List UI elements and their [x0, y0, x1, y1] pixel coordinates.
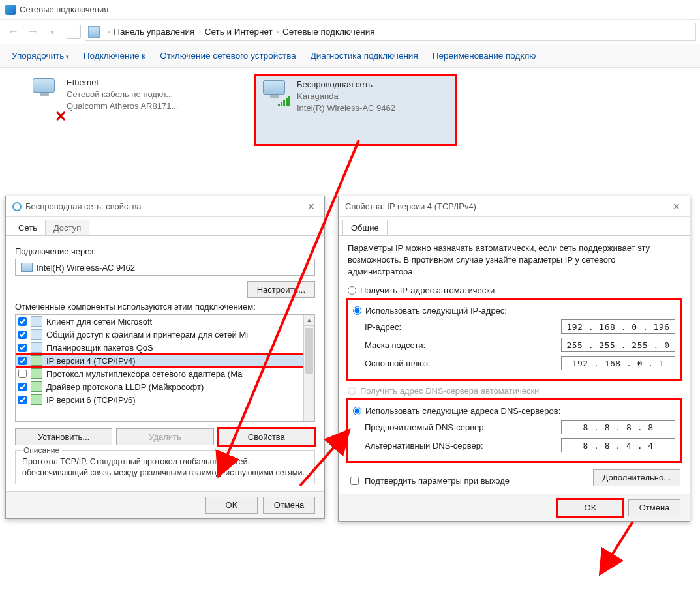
eth-name: Ethernet	[67, 77, 178, 89]
network-icon	[5, 5, 16, 15]
scrollbar[interactable]: ▲	[303, 315, 314, 421]
advanced-button[interactable]: Дополнительно...	[593, 469, 680, 486]
ipv4-properties-dialog: Свойства: IP версии 4 (TCP/IPv4) ✕ Общие…	[338, 196, 690, 522]
radio	[348, 387, 356, 395]
list-item: Планировщик пакетов QoS	[16, 341, 314, 354]
props-title: Беспроводная сеть: свойства	[25, 201, 142, 211]
rename[interactable]: Переименование подклю	[433, 51, 536, 61]
list-item: Протокол мультиплексора сетевого адаптер…	[16, 367, 314, 380]
chk[interactable]	[350, 477, 359, 485]
bc-a[interactable]: Панель управления	[114, 27, 194, 37]
radio-auto-ip[interactable]: Получить IP-адрес автоматически	[348, 286, 680, 295]
bc-c[interactable]: Сетевые подключения	[282, 27, 375, 37]
chk[interactable]	[18, 383, 27, 391]
gw-input[interactable]: 192 . 168 . 0 . 1	[561, 356, 675, 370]
nav-row: ← → ▾ ↑ › Панель управления › Сеть и Инт…	[0, 20, 700, 44]
disable-device[interactable]: Отключение сетевого устройства	[160, 51, 296, 61]
breadcrumb[interactable]: › Панель управления › Сеть и Интернет › …	[85, 23, 696, 41]
ip-settings-box: Использовать следующий IP-адрес: IP-адре…	[348, 299, 680, 379]
connections-area: ✕ Ethernet Сетевой кабель не подкл... Qu…	[0, 68, 700, 153]
mask-input[interactable]: 255 . 255 . 255 . 0	[561, 338, 675, 352]
props-title-bar: Беспроводная сеть: свойства ✕	[6, 196, 324, 217]
radio-auto-dns: Получить адрес DNS-сервера автоматически	[348, 386, 680, 396]
connect-via-label: Подключение через:	[15, 246, 315, 256]
bc-b[interactable]: Сеть и Интернет	[205, 27, 273, 37]
adapter-field: Intel(R) Wireless-AC 9462	[15, 259, 315, 276]
list-item: Общий доступ к файлам и принтерам для се…	[16, 328, 314, 341]
back-button[interactable]: ←	[4, 23, 22, 41]
ip4-intro: Параметры IP можно назначать автоматичес…	[348, 243, 680, 278]
wifi-device: Intel(R) Wireless-AC 9462	[297, 102, 395, 114]
connection-ethernet[interactable]: ✕ Ethernet Сетевой кабель не подкл... Qu…	[26, 74, 228, 146]
chk[interactable]	[18, 331, 27, 339]
description-group: Описание Протокол TCP/IP. Стандартный пр…	[15, 450, 315, 484]
adapter-name: Intel(R) Wireless-AC 9462	[37, 263, 135, 273]
chk[interactable]	[18, 396, 27, 404]
dns1-input[interactable]: 8 . 8 . 8 . 8	[561, 420, 675, 434]
chk[interactable]	[18, 317, 27, 326]
radio[interactable]	[353, 407, 361, 415]
info-icon	[12, 202, 22, 211]
close-button[interactable]: ✕	[670, 201, 683, 212]
radio[interactable]	[353, 306, 361, 315]
radio[interactable]	[348, 286, 356, 295]
chk[interactable]	[18, 370, 27, 378]
wifi-ssid: Karaganda	[297, 91, 395, 102]
chk[interactable]	[18, 344, 27, 352]
list-item-ipv4: IP версии 4 (TCP/IPv4)	[16, 354, 314, 367]
connect-to[interactable]: Подключение к	[84, 51, 145, 61]
recent-dropdown[interactable]: ▾	[43, 23, 61, 41]
signal-bars-icon	[278, 96, 290, 106]
components-list[interactable]: Клиент для сетей Microsoft Общий доступ …	[15, 314, 315, 422]
desc-title: Описание	[21, 446, 62, 455]
tab-access[interactable]: Доступ	[45, 220, 89, 235]
wifi-name: Беспроводная сеть	[297, 79, 395, 91]
organize-menu[interactable]: Упорядочить	[12, 51, 69, 61]
configure-button[interactable]: Настроить...	[247, 281, 315, 298]
tab-general[interactable]: Общие	[342, 220, 388, 235]
ok-button[interactable]: OK	[205, 497, 258, 514]
desc-text: Протокол TCP/IP. Стандартный протокол гл…	[22, 456, 308, 479]
close-button[interactable]: ✕	[305, 201, 318, 212]
wireless-icon	[259, 79, 290, 105]
ip4-title-bar: Свойства: IP версии 4 (TCP/IPv4) ✕	[339, 196, 690, 217]
eth-status: Сетевой кабель не подкл...	[67, 89, 178, 100]
confirm-on-exit[interactable]: Подтвердить параметры при выходе	[348, 475, 510, 487]
chk[interactable]	[18, 357, 27, 365]
adapter-icon	[21, 263, 33, 272]
props-tabs: Сеть Доступ	[6, 217, 324, 236]
cpl-icon	[88, 26, 100, 38]
eth-device: Qualcomm Atheros AR8171...	[67, 100, 178, 112]
components-label: Отмеченные компоненты используются этим …	[15, 302, 315, 312]
cancel-button[interactable]: Отмена	[628, 499, 680, 516]
adapter-properties-dialog: Беспроводная сеть: свойства ✕ Сеть Досту…	[5, 196, 325, 519]
diagnose[interactable]: Диагностика подключения	[311, 51, 418, 61]
connection-wireless[interactable]: Беспроводная сеть Karaganda Intel(R) Wir…	[254, 74, 457, 146]
dns-settings-box: Использовать следующие адреса DNS-сервер…	[348, 400, 680, 462]
dns2-input[interactable]: 8 . 8 . 4 . 4	[561, 438, 675, 452]
remove-button[interactable]: Удалить	[116, 428, 213, 445]
dns2-label: Альтернативный DNS-сервер:	[365, 441, 483, 450]
dns1-label: Предпочитаемый DNS-сервер:	[365, 422, 486, 432]
radio-use-dns[interactable]: Использовать следующие адреса DNS-сервер…	[353, 406, 675, 416]
title-bar: Сетевые подключения	[0, 0, 700, 20]
forward-button[interactable]: →	[23, 23, 42, 41]
up-button[interactable]: ↑	[67, 25, 81, 39]
gw-label: Основной шлюз:	[365, 359, 431, 368]
toolbar: Упорядочить Подключение к Отключение сет…	[0, 44, 700, 68]
window-title: Сетевые подключения	[20, 5, 108, 14]
install-button[interactable]: Установить...	[15, 428, 112, 445]
ok-button[interactable]: OK	[558, 499, 623, 516]
list-item: Клиент для сетей Microsoft	[16, 315, 314, 328]
ip-label: IP-адрес:	[365, 322, 401, 332]
ip-input[interactable]: 192 . 168 . 0 . 196	[561, 319, 675, 334]
tab-network[interactable]: Сеть	[10, 220, 46, 235]
svg-line-2	[600, 522, 633, 574]
mask-label: Маска подсети:	[365, 340, 425, 350]
disconnected-icon: ✕	[55, 108, 67, 125]
radio-use-ip[interactable]: Использовать следующий IP-адрес:	[353, 306, 675, 316]
list-item: Драйвер протокола LLDP (Майкрософт)	[16, 380, 314, 393]
list-item: IP версии 6 (TCP/IPv6)	[16, 393, 314, 406]
cancel-button[interactable]: Отмена	[263, 497, 315, 514]
properties-button[interactable]: Свойства	[218, 428, 315, 445]
